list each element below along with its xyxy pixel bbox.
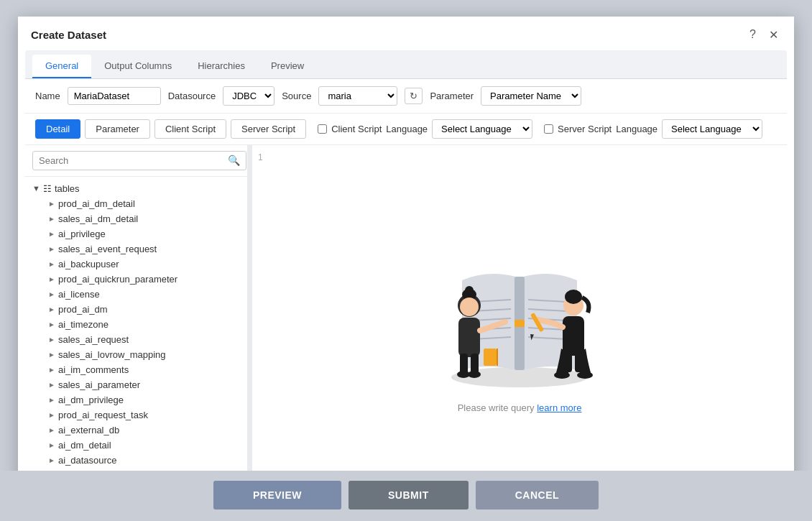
tree-root-item[interactable]: ▼ ☷ tables — [25, 181, 247, 196]
client-script-checkbox[interactable] — [318, 124, 327, 134]
help-button[interactable]: ? — [747, 27, 759, 42]
close-button[interactable]: ✕ — [766, 27, 781, 43]
search-box-wrap: 🔍 — [25, 145, 247, 177]
parameter-label: Parameter — [430, 91, 474, 101]
list-item[interactable]: ► sales_ai_dm_detail — [25, 211, 247, 226]
svg-point-25 — [565, 290, 582, 304]
footer-bar: PREVIEW SUBMIT CANCEL — [0, 471, 812, 521]
list-item[interactable]: ► ai_backupuser — [25, 257, 247, 272]
line-number: 1 — [258, 152, 263, 162]
client-script-tab-btn[interactable]: Client Script — [154, 119, 226, 139]
dialog-title-bar: Create Dataset ? ✕ — [18, 17, 794, 50]
datasource-select[interactable]: JDBC — [223, 86, 274, 106]
datasource-label: Datasource — [168, 91, 216, 101]
search-icon: 🔍 — [228, 155, 240, 166]
tree-item-label: ai_license — [58, 289, 100, 300]
tree-scroll: ▼ ☷ tables ► prod_ai_dm_detail ► sales_a… — [25, 177, 247, 498]
list-item[interactable]: ► sales_ai_event_request — [25, 241, 247, 257]
child-arrow-icon: ► — [48, 366, 55, 374]
tree-item-label: ai_datasource — [58, 455, 117, 466]
list-item[interactable]: ► prod_ai_quickrun_parameter — [25, 272, 247, 287]
child-arrow-icon: ► — [48, 200, 55, 208]
svg-point-15 — [465, 286, 474, 295]
toolbar-row-1: Name Datasource JDBC Source maria ↻ Para… — [25, 79, 787, 114]
root-label: tables — [55, 183, 80, 194]
list-item[interactable]: ► ai_privilege — [25, 226, 247, 241]
child-arrow-icon: ► — [48, 245, 55, 253]
list-item[interactable]: ► ai_datasource — [25, 453, 247, 468]
refresh-button[interactable]: ↻ — [405, 88, 423, 104]
language-label: Language — [386, 124, 428, 134]
dialog-title: Create Dataset — [31, 29, 106, 41]
child-arrow-icon: ► — [48, 215, 55, 223]
server-script-tab-btn[interactable]: Server Script — [231, 119, 306, 139]
tree-item-label: prod_ai_request_task — [58, 410, 148, 420]
client-script-checkbox-label: Client Script — [331, 124, 382, 134]
list-item[interactable]: ► prod_ai_dm_detail — [25, 196, 247, 211]
tab-hierarchies[interactable]: Hierarchies — [185, 55, 258, 78]
list-item[interactable]: ► sales_ai_parameter — [25, 377, 247, 392]
source-label: Source — [282, 91, 311, 101]
list-item[interactable]: ► ai_dm_privilege — [25, 392, 247, 407]
tab-content: Name Datasource JDBC Source maria ↻ Para… — [25, 79, 787, 498]
svg-rect-22 — [484, 349, 497, 366]
content-area: 🔍 ▼ ☷ tables ► prod_ai_dm_detail — [25, 145, 787, 498]
placeholder-text: Please write query learn more — [458, 402, 582, 413]
child-arrow-icon: ► — [48, 441, 55, 449]
child-arrow-icon: ► — [48, 230, 55, 238]
list-item[interactable]: ► prod_ai_dm — [25, 302, 247, 317]
search-input[interactable] — [32, 151, 246, 170]
list-item[interactable]: ► sales_ai_request — [25, 332, 247, 347]
child-arrow-icon: ► — [48, 275, 55, 283]
cancel-button[interactable]: CANCEL — [476, 481, 599, 510]
submit-button[interactable]: SUBMIT — [349, 481, 469, 510]
child-arrow-icon: ► — [48, 456, 55, 464]
name-input[interactable] — [68, 87, 161, 105]
learn-more-link[interactable]: learn more — [537, 402, 581, 413]
preview-button[interactable]: PREVIEW — [213, 481, 341, 510]
tree-item-label: ai_im_comments — [58, 364, 129, 375]
svg-rect-26 — [563, 316, 584, 356]
list-item[interactable]: ► prod_ai_request_task — [25, 407, 247, 423]
footer-buttons: PREVIEW SUBMIT CANCEL — [0, 471, 812, 521]
list-item[interactable]: ► ai_external_db — [25, 423, 247, 438]
svg-rect-19 — [471, 354, 479, 374]
source-select[interactable]: maria — [318, 86, 397, 106]
server-script-checkbox[interactable] — [544, 124, 553, 134]
list-item[interactable]: ► ai_license — [25, 287, 247, 302]
svg-rect-12 — [515, 320, 525, 327]
create-dataset-dialog: Create Dataset ? ✕ General Output Column… — [18, 17, 794, 505]
client-language-select[interactable]: Select Language — [432, 119, 532, 139]
child-arrow-icon: ► — [48, 305, 55, 313]
tree-item-label: ai_timezone — [58, 319, 109, 330]
child-arrow-icon: ► — [48, 351, 55, 359]
server-language-select[interactable]: Select Language — [662, 119, 762, 139]
tree-item-label: sales_ai_parameter — [58, 379, 140, 390]
child-arrow-icon: ► — [48, 290, 55, 298]
list-item[interactable]: ► ai_im_comments — [25, 362, 247, 377]
tree-item-label: sales_ai_request — [58, 334, 129, 345]
db-icon: ☷ — [43, 183, 52, 194]
btn-toolbar-row: Detail Parameter Client Script Server Sc… — [25, 114, 787, 145]
client-script-group: Client Script Language Select Language — [318, 119, 532, 139]
title-actions: ? ✕ — [747, 27, 781, 43]
detail-tab-btn[interactable]: Detail — [35, 119, 80, 139]
illustration-image — [405, 237, 635, 395]
tab-general[interactable]: General — [32, 55, 91, 78]
parameter-select[interactable]: Parameter Name — [481, 86, 581, 106]
child-arrow-icon: ► — [48, 381, 55, 389]
list-item[interactable]: ► ai_dm_detail — [25, 438, 247, 453]
tab-preview[interactable]: Preview — [258, 55, 317, 78]
tree-item-label: ai_dm_privilege — [58, 395, 124, 405]
editor-panel: 1 — [252, 145, 787, 498]
tree-item-label: ai_dm_detail — [58, 440, 111, 451]
parameter-tab-btn[interactable]: Parameter — [85, 119, 150, 139]
svg-point-21 — [468, 371, 481, 378]
child-arrow-icon: ► — [48, 426, 55, 434]
tree-panel: 🔍 ▼ ☷ tables ► prod_ai_dm_detail — [25, 145, 248, 498]
tab-output-columns[interactable]: Output Columns — [91, 55, 185, 78]
list-item[interactable]: ► sales_ai_lovrow_mapping — [25, 347, 247, 362]
server-script-group: Server Script Language Select Language — [544, 119, 762, 139]
expand-arrow-icon: ▼ — [32, 184, 40, 193]
list-item[interactable]: ► ai_timezone — [25, 317, 247, 332]
